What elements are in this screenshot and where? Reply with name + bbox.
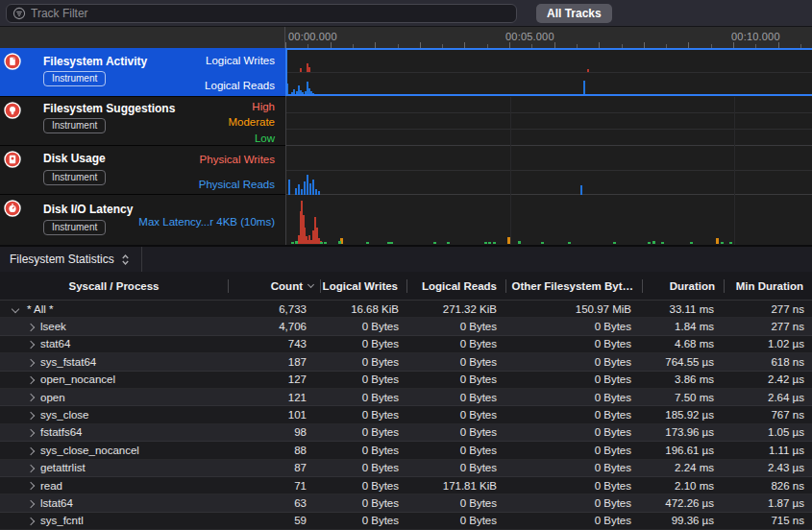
sort-descending-chevron-icon <box>308 280 314 287</box>
expand-chevron-icon[interactable] <box>27 412 35 420</box>
timeline-ruler[interactable]: 00:00.000 00:05.000 00:10.000 <box>0 27 812 48</box>
cell-lr: 0 Bytes <box>406 372 505 388</box>
cell-lw: 0 Bytes <box>320 442 406 458</box>
table-row[interactable]: sys_fcntl590 Bytes0 Bytes0 Bytes99.36 µs… <box>0 513 812 530</box>
table-row[interactable]: sys_close_nocancel880 Bytes0 Bytes0 Byte… <box>0 442 812 459</box>
syscall-name-cell: stat64 <box>0 336 228 352</box>
table-row[interactable]: open1210 Bytes0 Bytes0 Bytes7.50 ms2.64 … <box>0 389 812 406</box>
expand-chevron-icon[interactable] <box>27 465 35 472</box>
syscall-name: getattrlist <box>40 462 86 473</box>
lane-label-low[interactable]: Low <box>255 132 275 144</box>
column-header-count[interactable]: Count <box>228 272 320 301</box>
cell-dur: 7.50 ms <box>642 389 724 405</box>
track-title: Filesystem Activity <box>43 55 147 68</box>
track-filesystem-suggestions[interactable]: Filesystem Suggestions Instrument High M… <box>0 97 285 145</box>
lane-label-moderate[interactable]: Moderate <box>228 116 275 128</box>
column-header-logical-reads[interactable]: Logical Reads <box>406 272 505 301</box>
ruler-label-0s: 00:00.000 <box>288 31 337 42</box>
column-header-label: Count <box>271 280 303 292</box>
lane-label-physical-reads[interactable]: Physical Reads <box>199 179 275 190</box>
syscall-name: open_nocancel <box>40 373 115 385</box>
cell-count: 127 <box>228 372 320 388</box>
divider <box>141 247 142 272</box>
io-latency-low-spike <box>390 242 393 244</box>
instrument-badge: Instrument <box>43 71 106 86</box>
cell-other: 0 Bytes <box>505 372 642 388</box>
io-latency-low-spike <box>652 241 655 244</box>
track-title: Disk I/O Latency <box>43 203 133 216</box>
table-row[interactable]: sys_fstat641870 Bytes0 Bytes0 Bytes764.5… <box>0 353 812 371</box>
cell-lw: 0 Bytes <box>320 406 406 422</box>
cell-lw: 16.68 KiB <box>320 301 406 317</box>
expand-chevron-icon[interactable] <box>27 429 35 437</box>
expand-chevron-icon[interactable] <box>27 446 35 454</box>
cell-other: 0 Bytes <box>505 406 642 422</box>
column-header-logical-writes[interactable]: Logical Writes <box>320 272 406 301</box>
track-title: Filesystem Suggestions <box>43 102 175 115</box>
expand-chevron-icon[interactable] <box>27 376 35 384</box>
column-header-syscall-process[interactable]: Syscall / Process <box>0 272 228 301</box>
expand-chevron-icon[interactable] <box>27 324 35 331</box>
track-filesystem-activity[interactable]: Filesystem Activity Instrument Logical W… <box>0 48 285 96</box>
expand-chevron-icon[interactable] <box>27 394 35 401</box>
table-row[interactable]: lseek4,7060 Bytes0 Bytes0 Bytes1.84 ms27… <box>0 318 812 335</box>
syscall-name-cell: open <box>0 389 228 405</box>
cell-lw: 0 Bytes <box>320 336 406 352</box>
table-row[interactable]: fstatfs64980 Bytes0 Bytes0 Bytes173.96 µ… <box>0 424 812 442</box>
column-header-other-filesystem-bytes[interactable]: Other Filesystem Byt… <box>505 272 642 301</box>
cell-lr: 0 Bytes <box>406 513 505 529</box>
lane-label-physical-writes[interactable]: Physical Writes <box>200 154 275 165</box>
table-row[interactable]: stat647430 Bytes0 Bytes0 Bytes4.68 ms1.0… <box>0 336 812 353</box>
io-latency-low-spike <box>447 242 450 244</box>
cell-lr: 0 Bytes <box>406 318 505 334</box>
column-header-duration[interactable]: Duration <box>642 272 724 301</box>
cell-dur: 4.68 ms <box>642 336 724 352</box>
io-latency-low-spike <box>320 242 323 244</box>
detail-pane-popup-chevrons-icon[interactable] <box>121 253 130 266</box>
expand-chevron-icon[interactable] <box>27 358 35 366</box>
filesystem-suggestions-icon <box>4 102 21 119</box>
expand-chevron-icon[interactable] <box>27 341 35 349</box>
lane-label-high[interactable]: High <box>252 101 275 112</box>
logical-writes-spike <box>587 69 589 72</box>
all-tracks-button[interactable]: All Tracks <box>536 4 612 23</box>
io-latency-low-spike <box>338 241 341 244</box>
toolbar: All Tracks <box>0 0 812 27</box>
selection-border-bottom <box>286 94 812 96</box>
table-row[interactable]: open_nocancel1270 Bytes0 Bytes0 Bytes3.8… <box>0 372 812 389</box>
selection-border-top <box>286 48 812 50</box>
io-latency-low-spike <box>295 241 298 244</box>
expand-chevron-icon[interactable] <box>27 482 35 490</box>
table-row[interactable]: * All *6,73316.68 KiB271.32 KiB150.97 Mi… <box>0 301 812 318</box>
lane-label-logical-reads[interactable]: Logical Reads <box>205 80 275 91</box>
cell-lr: 0 Bytes <box>406 442 505 458</box>
expand-chevron-icon[interactable] <box>27 500 35 508</box>
track-filter-field[interactable] <box>6 4 517 23</box>
table-row[interactable]: lstat64630 Bytes0 Bytes0 Bytes472.26 µs1… <box>0 494 812 512</box>
cell-lr: 0 Bytes <box>406 406 505 422</box>
detail-pane-bar: Filesystem Statistics <box>0 245 812 272</box>
syscall-name: * All * <box>27 303 54 315</box>
cell-min: 277 ns <box>724 301 812 317</box>
table-row[interactable]: sys_close1010 Bytes0 Bytes0 Bytes185.92 … <box>0 406 812 423</box>
lane-label-logical-writes[interactable]: Logical Writes <box>206 55 275 66</box>
table-row[interactable]: getattrlist870 Bytes0 Bytes0 Bytes2.24 m… <box>0 460 812 477</box>
track-disk-usage[interactable]: Disk Usage Instrument Physical Writes Ph… <box>0 146 285 194</box>
cell-other: 0 Bytes <box>505 318 642 334</box>
cell-dur: 196.61 µs <box>642 442 724 458</box>
track-filter-input[interactable] <box>31 7 516 20</box>
expand-chevron-icon[interactable] <box>27 518 35 525</box>
syscall-name-cell: getattrlist <box>0 460 228 476</box>
cell-dur: 2.24 ms <box>642 460 724 476</box>
table-row[interactable]: read710 Bytes171.81 KiB0 Bytes2.10 ms826… <box>0 477 812 494</box>
timeline-chart-area[interactable] <box>285 48 812 245</box>
collapse-chevron-icon[interactable] <box>12 305 19 313</box>
io-latency-low-spike <box>324 242 327 244</box>
track-disk-io-latency[interactable]: Disk I/O Latency Instrument Max Latency.… <box>0 195 285 245</box>
syscall-name-cell: read <box>0 477 228 494</box>
cell-min: 826 ns <box>724 477 812 494</box>
cell-dur: 1.84 ms <box>642 318 724 334</box>
cell-lr: 0 Bytes <box>406 389 505 405</box>
column-header-min-duration[interactable]: Min Duration <box>724 272 812 301</box>
lane-label-max-latency[interactable]: Max Latency...r 4KB (10ms) <box>138 216 275 228</box>
